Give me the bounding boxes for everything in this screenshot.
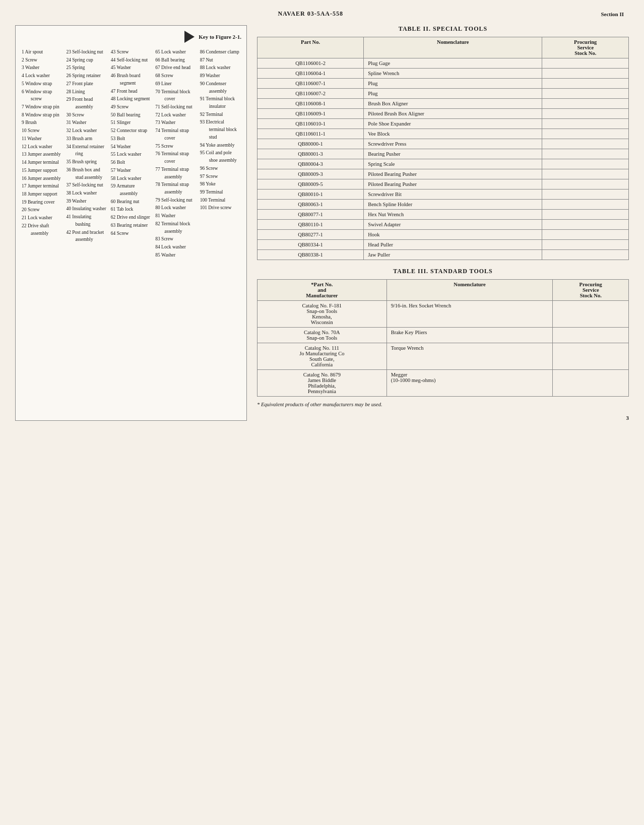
list-item: 94 Yoke assembly xyxy=(200,142,240,149)
list-item: 29 Front head assembly xyxy=(66,96,106,110)
list-item: 39 Washer xyxy=(66,198,106,205)
list-item: 85 Washer xyxy=(155,251,196,259)
nomenclature: 9/16-in. Hex Socket Wrench xyxy=(387,301,553,328)
list-item: 45 Washer xyxy=(111,64,151,72)
list-item: 4 Lock washer xyxy=(22,72,62,80)
list-item: 76 Terminal strap cover xyxy=(155,150,196,165)
list-item: 84 Lock washer xyxy=(155,243,196,251)
list-item: 5 Window strap xyxy=(22,80,62,88)
list-item: 52 Connector strap xyxy=(111,127,151,135)
stock-no xyxy=(542,89,629,99)
list-item: 97 Screw xyxy=(200,173,240,180)
part-manufacturer: Catalog No. 70ASnap-on Tools xyxy=(257,328,387,343)
header-center: NAVAER 03-5AA-558 xyxy=(278,10,343,18)
nomenclature: Head Puller xyxy=(364,240,542,250)
list-item: 47 Front head xyxy=(111,88,151,95)
key-box: Key to Figure 2-1. xyxy=(184,31,241,43)
stock-no xyxy=(542,79,629,89)
part-no: QB80009-3 xyxy=(257,169,364,179)
part-no: QB80063-1 xyxy=(257,200,364,210)
table3-col-stock: ProcuringServiceStock No. xyxy=(553,280,629,301)
list-item: 89 Washer xyxy=(200,72,240,80)
stock-no xyxy=(542,159,629,169)
list-item: 74 Terminal strap cover xyxy=(155,127,196,142)
list-item: 91 Terminal block insulator xyxy=(200,95,240,110)
list-item: 58 Lock washer xyxy=(111,175,151,182)
part-no: QB80077-1 xyxy=(257,210,364,220)
list-item: 96 Screw xyxy=(200,165,240,172)
list-item: 98 Yoke xyxy=(200,180,240,188)
list-item: 14 Jumper terminal xyxy=(22,159,62,166)
list-item: 17 Jumper terminal xyxy=(22,182,62,190)
part-no: QB80000-1 xyxy=(257,139,364,149)
part-no: QB1106009-1 xyxy=(257,109,364,119)
table-row: QB80077-1Hex Nut Wrench xyxy=(257,210,629,220)
table3-footnote: * Equivalent products of other manufactu… xyxy=(257,402,629,407)
part-no: QB80338-1 xyxy=(257,250,364,260)
part-no: QB80001-3 xyxy=(257,149,364,159)
stock-no xyxy=(542,210,629,220)
nomenclature: Spline Wrench xyxy=(364,69,542,79)
stock-no xyxy=(553,343,629,370)
list-item: 18 Jumper support xyxy=(22,191,62,198)
list-item: 8 Window strap pin xyxy=(22,111,62,119)
table-row: QB1106009-1Piloted Brush Box Aligner xyxy=(257,109,629,119)
list-item: 65 Lock washer xyxy=(155,48,196,56)
stock-no xyxy=(542,129,629,139)
list-item: 40 Insulating washer xyxy=(66,205,106,213)
list-item: 35 Brush spring xyxy=(66,158,106,166)
list-item: 3 Washer xyxy=(22,64,62,72)
list-item: 75 Screw xyxy=(155,143,196,150)
list-item: 73 Washer xyxy=(155,119,196,126)
list-item: 46 Brush board segment xyxy=(111,72,151,87)
table2-title: TABLE II. SPECIAL TOOLS xyxy=(257,25,629,33)
list-item: 21 Lock washer xyxy=(22,214,62,222)
nomenclature: Megger(10-1000 meg-ohms) xyxy=(387,370,553,397)
list-item: 62 Drive end slinger xyxy=(111,214,151,221)
stock-no xyxy=(542,69,629,79)
table3: *Part No.andManufacturer Nomenclature Pr… xyxy=(257,279,629,397)
list-item: 71 Self-locking nut xyxy=(155,103,196,111)
list-item: 26 Spring retainer xyxy=(66,72,106,80)
table-row: QB80334-1Head Puller xyxy=(257,240,629,250)
table-row: QB80000-1Screwdriver Press xyxy=(257,139,629,149)
list-item: 55 Lock washer xyxy=(111,151,151,158)
key-label: Key to Figure 2-1. xyxy=(199,34,241,40)
list-item: 19 Bearing cover xyxy=(22,199,62,206)
page: NAVAER 03-5AA-558 Section II Key to Figu… xyxy=(0,0,644,825)
list-item: 9 Brush xyxy=(22,119,62,126)
list-item: 6 Window strap screw xyxy=(22,88,62,103)
list-item: 79 Self-locking nut xyxy=(155,197,196,204)
list-item: 16 Jumper assembly xyxy=(22,175,62,182)
list-item: 101 Drive screw xyxy=(200,204,240,212)
list-item: 1 Air spout xyxy=(22,48,62,56)
nomenclature: Spring Scale xyxy=(364,159,542,169)
list-item: 28 Lining xyxy=(66,88,106,96)
part-no: QB80004-3 xyxy=(257,159,364,169)
table2-col-partno: Part No. xyxy=(257,37,364,58)
list-item: 20 Screw xyxy=(22,206,62,214)
list-item: 32 Lock washer xyxy=(66,127,106,135)
table-row: QB80338-1Jaw Puller xyxy=(257,250,629,260)
table-row: QB80004-3Spring Scale xyxy=(257,159,629,169)
part-no: QB1106008-1 xyxy=(257,99,364,109)
list-item: 99 Terminal xyxy=(200,188,240,196)
stock-no xyxy=(542,250,629,260)
list-item: 49 Screw xyxy=(111,103,151,111)
table2: Part No. Nomenclature ProcuringServiceSt… xyxy=(257,37,629,260)
list-item: 95 Coil and pole shoe assembly xyxy=(200,149,240,164)
stock-no xyxy=(553,370,629,397)
nomenclature: Plug xyxy=(364,89,542,99)
list-item: 38 Lock washer xyxy=(66,189,106,197)
table-row: QB80063-1Bench Spline Holder xyxy=(257,200,629,210)
list-item: 24 Spring cup xyxy=(66,56,106,64)
table-row: Catalog No. 111Jo Manufacturing CoSouth … xyxy=(257,343,629,370)
list-item: 15 Jumper support xyxy=(22,167,62,174)
stock-no xyxy=(542,200,629,210)
nomenclature: Hex Nut Wrench xyxy=(364,210,542,220)
stock-no xyxy=(542,169,629,179)
table-row: QB1106008-1Brush Box Aligner xyxy=(257,99,629,109)
list-item: 31 Washer xyxy=(66,119,106,126)
part-no: QB80009-5 xyxy=(257,179,364,189)
list-item: 57 Washer xyxy=(111,167,151,174)
